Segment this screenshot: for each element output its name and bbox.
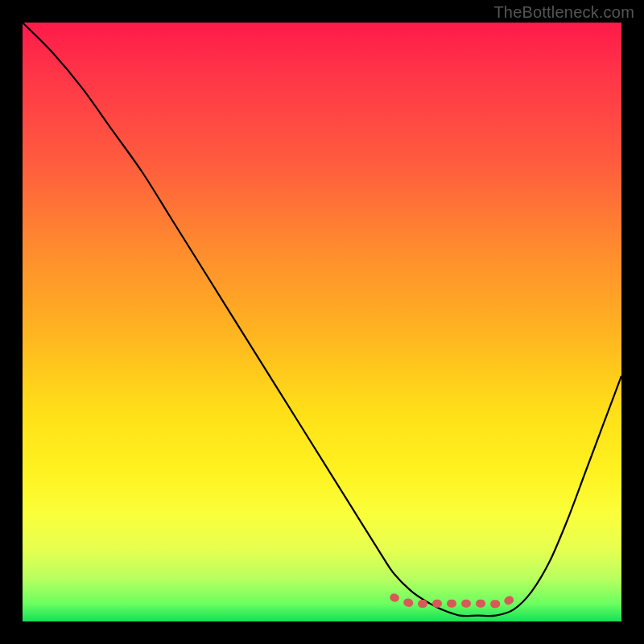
curve-layer — [23, 23, 621, 621]
chart-frame: TheBottleneck.com — [0, 0, 644, 644]
plot-area — [23, 23, 621, 621]
bottleneck-curve — [23, 23, 621, 616]
optimal-range-markers — [394, 597, 514, 604]
watermark-text: TheBottleneck.com — [493, 3, 634, 22]
